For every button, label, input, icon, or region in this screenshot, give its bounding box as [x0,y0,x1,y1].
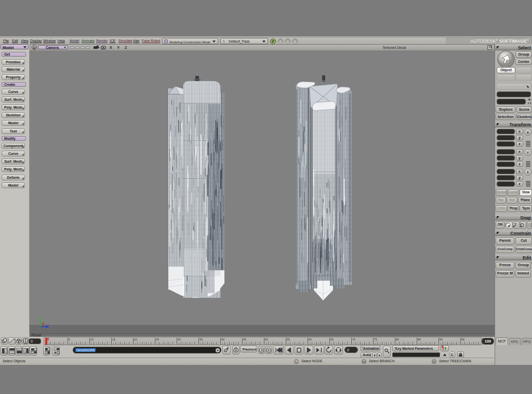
svg-text:X: X [42,322,45,326]
svg-text:Z: Z [47,324,49,328]
svg-text:Y: Y [39,317,42,321]
